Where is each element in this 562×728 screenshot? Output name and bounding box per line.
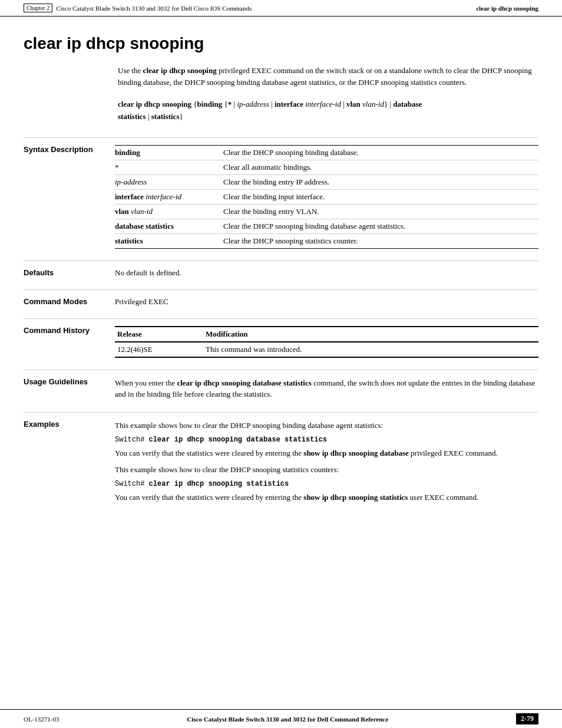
table-row: binding Clear the DHCP snooping binding … [115,145,538,160]
syntax-description-label: Syntax Description [24,145,115,249]
history-modification: This command was introduced. [203,342,538,357]
command-modes-content: Privileged EXEC [115,297,538,307]
syntax-term: database statistics [115,219,221,233]
syntax-binding-bold: binding [197,100,223,108]
examples-para2-bold: show ip dhcp snooping database [303,449,408,457]
history-release: 12.2(46)SE [115,342,203,357]
description-intro: Use the [118,66,143,75]
history-header-row: Release Modification [115,327,538,342]
syntax-statistics1: statistics [118,112,146,121]
table-row: statistics Clear the DHCP snooping stati… [115,233,538,248]
table-row: 12.2(46)SE This command was introduced. [115,342,538,357]
table-row: ip-address Clear the binding entry IP ad… [115,174,538,189]
examples-para4-before: You can verify that the statistics were … [115,493,303,502]
usage-guidelines-label: Usage Guidelines [24,377,115,400]
examples-para3: This example shows how to clear the DHCP… [115,464,538,476]
history-col-modification: Modification [203,327,538,342]
footer-center: Cisco Catalyst Blade Switch 3130 and 303… [59,716,517,723]
defaults-section: Defaults No default is defined. [24,261,538,285]
description-command: clear ip dhcp snooping [143,66,217,75]
examples-para4-after: user EXEC command. [408,493,478,502]
syntax-term: ip-address [115,174,221,189]
table-row: vlan vlan-id Clear the binding entry VLA… [115,204,538,219]
command-syntax-line: clear ip dhcp snooping {binding {* | ip-… [118,98,538,123]
page-footer: OL-13271-03 Cisco Catalyst Blade Switch … [0,709,562,728]
page-title: clear ip dhcp snooping [24,34,538,53]
page-number: 2-79 [516,713,538,724]
usage-guidelines-content: When you enter the clear ip dhcp snoopin… [115,377,538,400]
examples-code1: Switch# clear ip dhcp snooping database … [115,436,538,444]
header-right: clear ip dhcp snooping [476,5,538,12]
syntax-database: database [393,100,422,108]
syntax-term: binding [115,145,221,160]
syntax-interface-id: interface-id [305,100,341,108]
examples-code2: Switch# clear ip dhcp snooping statistic… [115,480,538,488]
syntax-interface: interface [275,100,303,108]
history-table: Release Modification 12.2(46)SE This com… [115,326,538,358]
examples-para2: You can verify that the statistics were … [115,447,538,459]
table-row: interface interface-id Clear the binding… [115,189,538,204]
examples-para4-bold: show ip dhcp snooping statistics [303,493,408,502]
table-row: database statistics Clear the DHCP snoop… [115,219,538,233]
syntax-star: * [228,100,232,108]
syntax-term: vlan vlan-id [115,204,221,219]
syntax-def: Clear the binding entry IP address. [221,174,538,189]
defaults-content: No default is defined. [115,268,538,278]
syntax-ip: ip-address [237,100,269,108]
syntax-statistics2: statistics [151,112,180,121]
examples-label: Examples [24,420,115,508]
command-modes-section: Command Modes Privileged EXEC [24,289,538,314]
syntax-def: Clear the binding entry VLAN. [221,204,538,219]
syntax-vlan-id: vlan-id [362,100,384,108]
syntax-prefix: clear ip dhcp snooping [118,100,191,108]
syntax-term: * [115,160,221,174]
syntax-def: Clear the DHCP snooping binding database… [221,219,538,233]
syntax-def: Clear all automatic bindings. [221,160,538,174]
usage-command: clear ip dhcp snooping database statisti… [177,378,311,387]
header-chapter-text: Cisco Catalyst Blade Switch 3130 and 303… [56,5,252,12]
usage-guidelines-section: Usage Guidelines When you enter the clea… [24,370,538,407]
command-history-content: Release Modification 12.2(46)SE This com… [115,326,538,358]
command-modes-text: Privileged EXEC [115,297,168,306]
examples-para2-before: You can verify that the statistics were … [115,449,303,457]
footer-left: OL-13271-03 [24,716,59,723]
syntax-description-section: Syntax Description binding Clear the DHC… [24,137,538,256]
usage-text-before: When you enter the [115,378,177,387]
examples-para2-after: privileged EXEC command. [409,449,498,457]
table-row: * Clear all automatic bindings. [115,160,538,174]
command-history-label: Command History [24,326,115,358]
chapter-box: Chapter 2 [24,4,52,12]
syntax-def: Clear the DHCP snooping binding database… [221,145,538,160]
command-modes-label: Command Modes [24,297,115,307]
header-left: Chapter 2 Cisco Catalyst Blade Switch 31… [24,4,252,12]
examples-para1: This example shows how to clear the DHCP… [115,420,538,431]
syntax-term: interface interface-id [115,189,221,204]
syntax-term: statistics [115,233,221,248]
examples-section: Examples This example shows how to clear… [24,412,538,515]
syntax-def: Clear the binding input interface. [221,189,538,204]
examples-content: This example shows how to clear the DHCP… [115,420,538,508]
syntax-vlan: vlan [346,100,361,108]
command-history-section: Command History Release Modification 12.… [24,318,538,365]
syntax-def: Clear the DHCP snooping statistics count… [221,233,538,248]
description-block: Use the clear ip dhcp snooping privilege… [118,65,538,88]
page-header: Chapter 2 Cisco Catalyst Blade Switch 31… [0,0,562,17]
history-col-release: Release [115,327,203,342]
defaults-label: Defaults [24,268,115,278]
syntax-table: binding Clear the DHCP snooping binding … [115,145,538,249]
examples-para4: You can verify that the statistics were … [115,492,538,503]
defaults-text: No default is defined. [115,268,181,277]
syntax-description-content: binding Clear the DHCP snooping binding … [115,145,538,249]
main-content: clear ip dhcp snooping Use the clear ip … [0,17,562,551]
